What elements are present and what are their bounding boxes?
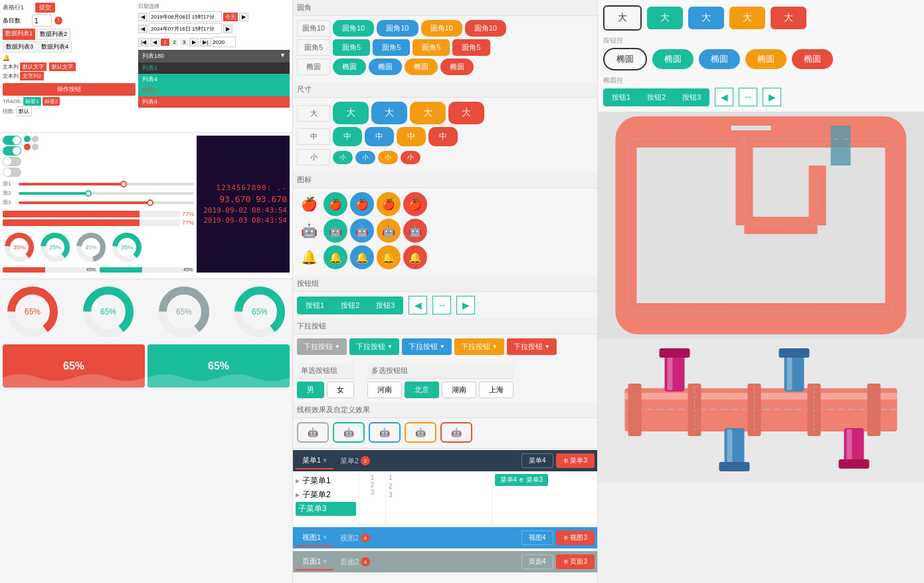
- date-input-2[interactable]: [149, 23, 222, 34]
- right-arrow-both[interactable]: ↔: [739, 88, 757, 106]
- btn-lg-yellow[interactable]: 大: [410, 102, 446, 124]
- dropdown-item-4[interactable]: 列表4: [138, 96, 290, 108]
- page-input[interactable]: [213, 37, 236, 47]
- right-oval-outline[interactable]: 椭圆: [603, 48, 647, 70]
- bell-btn-blue[interactable]: 🔔: [350, 245, 374, 269]
- tab-gray-1[interactable]: 页面1 ×: [296, 554, 333, 570]
- list-item-1[interactable]: 数据列表1: [3, 29, 35, 40]
- right-teal-btn-lg[interactable]: 大: [647, 7, 683, 29]
- tab-blue-btn-3[interactable]: ⊕ 视图3: [556, 530, 595, 545]
- btn-r5-blue[interactable]: 圆角5: [373, 39, 410, 56]
- outline-btn-1[interactable]: 🤖: [297, 422, 329, 443]
- apple-btn-blue[interactable]: 🍎: [350, 192, 374, 216]
- dropdown-btn-4[interactable]: 下拉按钮: [454, 338, 504, 355]
- right-yellow-btn-lg[interactable]: 大: [729, 7, 765, 29]
- outline-btn-blue[interactable]: 🤖: [369, 422, 401, 443]
- right-outline-btn[interactable]: 大: [603, 5, 642, 31]
- btn-sm-teal[interactable]: 小: [333, 151, 353, 164]
- tab-gray-btn-4[interactable]: 页面4: [521, 554, 553, 569]
- android-btn-red[interactable]: 🤖: [403, 219, 427, 243]
- dropdown-header[interactable]: 列表180 ▼: [138, 50, 290, 62]
- outline-btn-teal[interactable]: 🤖: [333, 422, 365, 443]
- tree-item-2[interactable]: ▶ 子菜单2: [296, 488, 356, 502]
- arrow-btn-both[interactable]: ↔: [432, 296, 451, 314]
- toggle-3[interactable]: [3, 157, 21, 166]
- btn-oval-blue[interactable]: 椭圆: [369, 58, 402, 75]
- tab-blue-btn-4[interactable]: 视图4: [521, 530, 553, 545]
- btn-r5-red[interactable]: 圆角5: [452, 39, 490, 56]
- btn-oval-teal[interactable]: 椭圆: [333, 58, 366, 75]
- outline-btn-yellow[interactable]: 🤖: [405, 422, 436, 443]
- tab-blue-2[interactable]: 视图2 4: [333, 530, 377, 546]
- tab-close-blue-1[interactable]: ×: [323, 534, 327, 541]
- right-blue-btn-lg[interactable]: 大: [688, 7, 724, 29]
- btn-md-blue[interactable]: 中: [365, 127, 394, 146]
- radio-male[interactable]: 男: [297, 382, 324, 398]
- page-3[interactable]: 3: [180, 39, 188, 46]
- check-hunan[interactable]: 湖南: [442, 382, 476, 398]
- tab-dark-btn-4[interactable]: 菜单4: [521, 453, 553, 468]
- toggle-1[interactable]: [3, 136, 21, 145]
- page-prev[interactable]: ◀: [150, 38, 159, 47]
- dropdown-btn-3[interactable]: 下拉按钮: [402, 338, 452, 355]
- page-last[interactable]: ▶|: [200, 38, 211, 47]
- dropdown-btn-2[interactable]: 下拉按钮: [349, 338, 399, 355]
- right-grp-btn-3[interactable]: 按钮3: [674, 88, 709, 106]
- right-grp-btn-2[interactable]: 按钮2: [639, 88, 674, 106]
- btn-r10-yellow[interactable]: 圆角10: [421, 20, 462, 37]
- outline-btn-red[interactable]: 🤖: [440, 422, 472, 443]
- btn-r5-yellow[interactable]: 圆角5: [413, 39, 450, 56]
- apple-btn-yellow[interactable]: 🍎: [377, 192, 401, 216]
- list-item-2[interactable]: 数据列表2: [37, 29, 70, 40]
- android-btn-yellow[interactable]: 🤖: [377, 219, 401, 243]
- bell-btn-teal[interactable]: 🔔: [323, 245, 347, 269]
- toggle-4[interactable]: [3, 168, 21, 177]
- btn-oval-yellow[interactable]: 椭圆: [405, 58, 438, 75]
- arrow-btn-right[interactable]: ▶: [456, 296, 475, 314]
- date-input-1[interactable]: [149, 11, 222, 22]
- btn-lg-red[interactable]: 大: [448, 102, 484, 124]
- slider-track-3[interactable]: [19, 201, 194, 204]
- list-item-3[interactable]: 数据列表3: [3, 41, 37, 53]
- right-oval-teal[interactable]: 椭圆: [652, 49, 693, 69]
- dropdown-btn-5[interactable]: 下拉按钮: [507, 338, 557, 355]
- btn-r5-teal[interactable]: 圆角5: [333, 39, 370, 56]
- right-arrow-left[interactable]: ◀: [715, 88, 733, 106]
- btn-sm-blue[interactable]: 小: [355, 151, 375, 164]
- btn-lg-blue[interactable]: 大: [371, 102, 407, 124]
- slider-track-1[interactable]: [19, 183, 194, 185]
- right-oval-red[interactable]: 椭圆: [792, 49, 833, 69]
- btn-primary[interactable]: 操作按钮: [3, 83, 136, 96]
- btn-sm-red[interactable]: 小: [401, 151, 420, 164]
- dropdown-item-1[interactable]: 列表1: [138, 62, 290, 74]
- dropdown-item-2[interactable]: 列表4: [138, 74, 290, 85]
- btn-sm-yellow[interactable]: 小: [378, 151, 398, 164]
- tree-item-3-selected[interactable]: 子菜单3: [296, 502, 356, 516]
- tab-dark-2[interactable]: 菜单2 2: [333, 453, 377, 469]
- btn-lg-teal[interactable]: 大: [333, 102, 369, 124]
- count-input[interactable]: [32, 15, 52, 27]
- right-oval-yellow[interactable]: 椭圆: [745, 49, 786, 69]
- page-2[interactable]: 2: [171, 39, 179, 46]
- page-first[interactable]: |◀: [138, 38, 149, 47]
- dropdown-btn-1[interactable]: 下拉按钮: [297, 338, 347, 355]
- bell-btn-yellow[interactable]: 🔔: [377, 245, 401, 269]
- dropdown-item-3[interactable]: 列表3: [138, 85, 290, 96]
- btn-r10-blue[interactable]: 圆角10: [377, 20, 418, 37]
- group-btn-1[interactable]: 按钮1: [297, 296, 333, 314]
- tab-dark-btn-3[interactable]: ⊕ 菜单3: [556, 453, 595, 468]
- android-btn-teal[interactable]: 🤖: [323, 219, 347, 243]
- tree-item-1[interactable]: ▶ 子菜单1: [296, 474, 356, 488]
- btn-md-teal[interactable]: 中: [333, 127, 362, 146]
- arrow-btn-left[interactable]: ◀: [409, 296, 427, 314]
- right-arrow-right[interactable]: ▶: [763, 88, 781, 106]
- apple-btn-teal[interactable]: 🍎: [323, 192, 347, 216]
- check-beijing[interactable]: 北京: [405, 382, 439, 398]
- today-btn[interactable]: 今天: [223, 13, 238, 21]
- tab-blue-1[interactable]: 视图1 ×: [296, 530, 333, 546]
- slider-track-2[interactable]: [19, 192, 194, 195]
- radio-female[interactable]: 女: [327, 382, 354, 398]
- page-1[interactable]: 1: [161, 39, 169, 46]
- apple-btn-red[interactable]: 🍎: [403, 192, 427, 216]
- btn-r10-teal[interactable]: 圆角10: [333, 20, 374, 37]
